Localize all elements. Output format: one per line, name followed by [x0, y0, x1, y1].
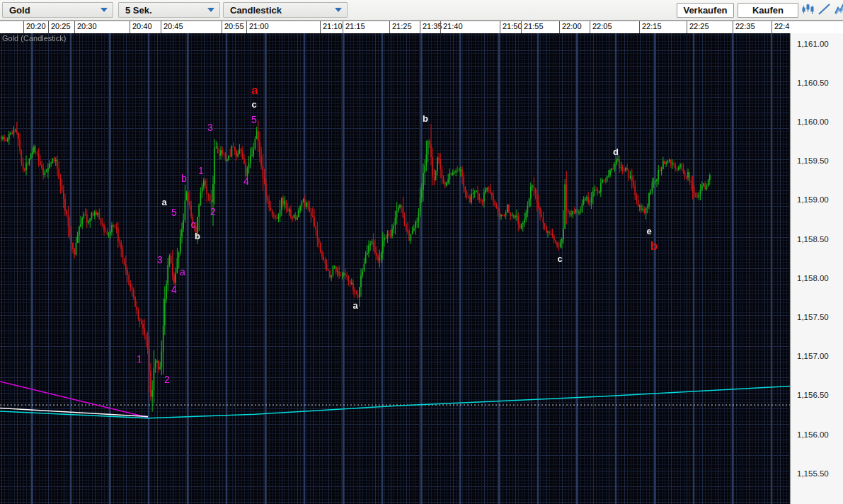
- candlestick-chart-icon[interactable]: [802, 3, 814, 16]
- chevron-down-icon: [101, 8, 108, 12]
- time-tick-label: 22:45: [774, 22, 790, 30]
- price-tick-label: 1,159.00: [797, 195, 829, 204]
- wave-label: 5: [251, 115, 257, 125]
- price-tick-label: 1,161.00: [797, 40, 829, 48]
- time-tick: [590, 21, 590, 33]
- time-tick: [48, 21, 49, 33]
- price-tick-label: 1,158.00: [797, 274, 829, 282]
- time-tick-label: 20:40: [132, 22, 152, 30]
- time-tick-label: 22:00: [562, 22, 582, 30]
- time-axis-ticks: 20:2020:2520:3020:4020:4520:5521:0021:10…: [0, 21, 790, 33]
- time-tick: [389, 21, 390, 33]
- time-tick: [246, 21, 247, 33]
- time-tick-label: 22:05: [592, 22, 612, 30]
- trendline-tool-icon[interactable]: [818, 3, 830, 16]
- time-tick-label: 21:55: [524, 22, 544, 30]
- time-tick: [639, 21, 640, 33]
- time-tick-label: 22:15: [642, 22, 662, 30]
- wave-label: 4: [243, 176, 249, 186]
- time-tick: [772, 21, 772, 33]
- price-tick-label: 1,159.50: [797, 156, 829, 165]
- wave-label: b: [181, 173, 187, 183]
- time-tick-label: 22:25: [689, 22, 709, 30]
- chart-tool-icons: [802, 3, 843, 16]
- chart-type-select-value: Candlestick: [230, 5, 282, 16]
- wave-label: a: [161, 197, 166, 207]
- time-tick: [161, 21, 161, 33]
- buy-button[interactable]: Kaufen: [738, 3, 798, 18]
- time-tick: [500, 21, 500, 33]
- toolbar: Gold 5 Sek. Candlestick Verkaufen Kaufen: [0, 0, 843, 21]
- time-tick: [130, 21, 130, 33]
- wave-label: a: [352, 301, 357, 310]
- wave-label: b: [195, 231, 200, 241]
- time-tick: [222, 21, 222, 33]
- time-tick: [420, 21, 420, 33]
- time-tick-label: 21:10: [323, 22, 343, 30]
- wave-label: 2: [164, 374, 170, 384]
- wave-label: c: [251, 100, 256, 109]
- wave-label: e: [646, 227, 651, 236]
- wave-label: b: [423, 114, 428, 123]
- wave-label: 3: [207, 122, 213, 132]
- wave-label: 5: [171, 207, 177, 217]
- chart-watermark: Gold (Candlestick): [2, 34, 66, 42]
- time-axis[interactable]: 20:2020:2520:3020:4020:4520:5521:0021:10…: [0, 21, 843, 33]
- chevron-down-icon: [207, 8, 214, 12]
- wave-label: b: [650, 240, 658, 252]
- wave-label: c: [191, 219, 196, 229]
- price-axis[interactable]: 1,161.001,160.501,160.001,159.501,159.00…: [790, 33, 843, 504]
- interval-select[interactable]: 5 Sek.: [118, 2, 220, 18]
- sell-button[interactable]: Verkaufen: [677, 3, 734, 18]
- time-tick: [440, 21, 441, 33]
- time-tick-label: 20:55: [224, 22, 244, 30]
- price-tick-label: 1,158.50: [797, 235, 829, 244]
- interval-select-value: 5 Sek.: [125, 5, 152, 16]
- wave-label: 1: [198, 166, 204, 176]
- price-tick-label: 1,155.50: [797, 469, 829, 478]
- time-tick-label: 21:50: [503, 22, 522, 30]
- wave-label: c: [557, 254, 562, 263]
- price-tick-label: 1,160.00: [797, 118, 829, 126]
- price-tick-label: 1,157.00: [797, 352, 829, 360]
- time-tick-label: 21:00: [249, 22, 269, 30]
- wave-label: 1: [137, 354, 142, 364]
- wave-label: a: [180, 267, 185, 277]
- time-tick-label: 20:30: [77, 22, 97, 30]
- time-tick-label: 20:45: [164, 22, 183, 30]
- wave-label: 3: [157, 255, 163, 265]
- time-tick: [320, 21, 321, 33]
- price-tick-label: 1,156.00: [797, 430, 829, 439]
- time-tick: [559, 21, 560, 33]
- chart-area: Gold (Candlestick) 1234a5abcb12345caabcd…: [0, 33, 790, 504]
- wave-label: 2: [210, 207, 216, 217]
- wave-label: 4: [171, 285, 177, 294]
- time-tick-label: 21:40: [443, 22, 463, 30]
- time-tick-label: 21:15: [345, 22, 365, 30]
- symbol-select-value: Gold: [9, 5, 30, 16]
- time-tick: [733, 21, 733, 33]
- wave-label: a: [251, 84, 258, 96]
- time-tick-label: 21:35: [423, 22, 442, 30]
- mountain-chart-icon[interactable]: [835, 3, 843, 16]
- time-tick: [687, 21, 687, 33]
- price-tick-label: 1,157.50: [797, 313, 829, 321]
- candlestick-chart-canvas[interactable]: [0, 33, 790, 504]
- time-tick: [521, 21, 522, 33]
- time-tick-label: 22:35: [735, 22, 755, 30]
- time-tick-label: 21:25: [392, 22, 412, 30]
- chevron-down-icon: [335, 8, 342, 12]
- time-tick-label: 20:25: [51, 22, 71, 30]
- chart-type-select[interactable]: Candlestick: [223, 2, 348, 18]
- time-tick-label: 20:20: [26, 22, 46, 30]
- wave-label: d: [613, 147, 619, 156]
- price-tick-label: 1,156.50: [797, 391, 829, 399]
- price-tick-label: 1,160.50: [797, 79, 829, 87]
- time-tick: [23, 21, 24, 33]
- trading-app-window: Gold 5 Sek. Candlestick Verkaufen Kaufen: [0, 0, 843, 504]
- symbol-select[interactable]: Gold: [2, 2, 113, 18]
- time-tick: [74, 21, 75, 33]
- time-tick: [343, 21, 343, 33]
